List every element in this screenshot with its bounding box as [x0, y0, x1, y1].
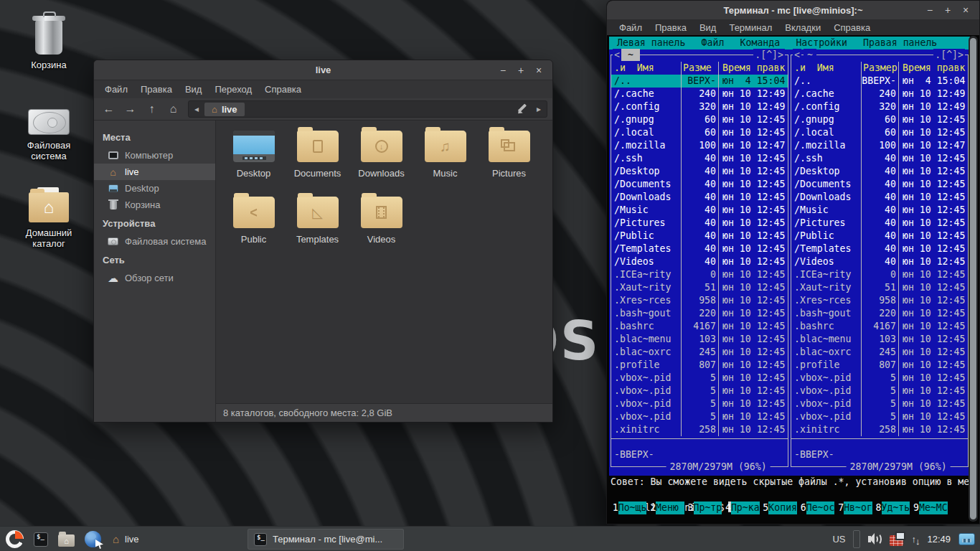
up-button[interactable]: ↑ [142, 100, 161, 118]
mc-file-row[interactable]: .vbox~.pid5юн 10 12:45 [791, 410, 968, 423]
mc-menu-item[interactable]: Правая панель [855, 37, 945, 50]
column-header-size[interactable]: Размер [862, 62, 899, 75]
fkey-item[interactable]: 8Уд~ть [872, 501, 910, 514]
minimize-button[interactable]: − [925, 5, 935, 15]
mc-file-row[interactable]: /Desktop40юн 10 12:45 [791, 165, 968, 178]
mc-file-row[interactable]: .profile807юн 10 12:45 [791, 359, 968, 372]
sidebar-item-desktop[interactable]: Desktop [94, 180, 215, 197]
mc-file-row[interactable]: .ICEa~rity0юн 10 12:45 [611, 268, 788, 281]
mc-menu-item[interactable]: Команда [732, 37, 788, 50]
fkey-label[interactable]: Пе~ос [806, 501, 835, 514]
mc-file-row[interactable]: .Xres~rces958юн 10 12:45 [611, 294, 788, 307]
terminal-launcher-icon[interactable]: $_ [34, 532, 48, 547]
mc-column-headers[interactable]: .и Имя Размер Время правк [791, 62, 968, 75]
mc-file-row[interactable]: /Templates40юн 10 12:45 [791, 242, 968, 255]
desktop-icon-trash[interactable]: Корзина [14, 14, 83, 70]
mc-file-row[interactable]: /Templates40юн 10 12:45 [611, 242, 788, 255]
mc-file-row[interactable]: .bashrc4167юн 10 12:45 [611, 320, 788, 333]
mc-file-row[interactable]: /Downloads40юн 10 12:45 [611, 191, 788, 204]
folder-item[interactable]: Pictures [477, 131, 541, 188]
sidebar-item-trash[interactable]: Корзина [94, 197, 215, 213]
close-button[interactable]: × [961, 5, 971, 15]
term-menu-help[interactable]: Справка [827, 22, 877, 33]
maximize-button[interactable]: + [516, 65, 526, 75]
file-manager-launcher-icon[interactable]: ⌂ [58, 534, 75, 547]
taskbar-task-terminal[interactable]: $_ Терминал - mc [live@mi... [248, 529, 404, 550]
mc-file-row[interactable]: .bashrc4167юн 10 12:45 [791, 320, 968, 333]
fkey-label[interactable]: Пр~тр [694, 501, 722, 514]
fkey-label[interactable]: Ме~МС [919, 501, 948, 514]
term-menu-terminal[interactable]: Терминал [722, 22, 778, 33]
mc-file-row[interactable]: .Xaut~rity51юн 10 12:45 [611, 281, 788, 294]
back-button[interactable]: ← [99, 100, 118, 118]
fkey-item[interactable]: 3Пр~тр [684, 501, 722, 514]
clock[interactable]: 12:49 [927, 534, 951, 545]
sidebar-item-computer[interactable]: Компьютер [94, 147, 215, 164]
mc-file-row[interactable]: /Documents40юн 10 12:45 [611, 178, 788, 191]
folder-item[interactable]: ◺Templates [286, 197, 349, 254]
mc-file-row[interactable]: .blac~oxrc245юн 10 12:45 [791, 346, 968, 359]
fkey-item[interactable]: 1По~щь [609, 501, 646, 514]
mc-file-row[interactable]: /Videos40юн 10 12:45 [611, 255, 788, 268]
fkey-item[interactable]: 4Пр~ка [722, 501, 759, 514]
mc-file-row[interactable]: /.mozilla100юн 10 12:47 [611, 139, 788, 152]
mc-file-row[interactable]: .bash~gout220юн 10 12:45 [611, 307, 788, 320]
sidebar-item-filesystem[interactable]: Файловая система [94, 233, 215, 250]
mc-file-row[interactable]: .vbox~.pid5юн 10 12:45 [611, 385, 788, 397]
mc-column-headers[interactable]: .и Имя Разме Время правк [611, 62, 788, 75]
mc-file-row[interactable]: .blac~oxrc245юн 10 12:45 [611, 346, 788, 359]
mc-file-row[interactable]: /Music40юн 10 12:45 [611, 204, 788, 217]
mc-file-row[interactable]: /.config320юн 10 12:49 [791, 100, 968, 113]
sidebar-item-network[interactable]: ☁ Обзор сети [94, 270, 215, 286]
fkey-label[interactable]: Нв~ог [844, 501, 872, 514]
mc-file-row[interactable]: /Public40юн 10 12:45 [791, 230, 968, 242]
mc-file-row[interactable]: .vbox~.pid5юн 10 12:45 [611, 372, 788, 385]
mc-file-row[interactable]: .ICEa~rity0юн 10 12:45 [791, 268, 968, 281]
path-bar[interactable]: ◂ ⌂ live ▸ [188, 100, 547, 118]
folder-item[interactable]: Videos [349, 197, 413, 254]
mc-file-row[interactable]: /.ssh40юн 10 12:45 [611, 152, 788, 165]
mc-file-row[interactable]: /..ВЕРХ-юн 4 15:04 [611, 75, 788, 88]
term-menu-tabs[interactable]: Вкладки [778, 22, 827, 33]
term-menu-file[interactable]: Файл [613, 22, 649, 33]
fkey-label[interactable]: Уд~ть [882, 501, 910, 514]
mc-file-row[interactable]: /Desktop40юн 10 12:45 [611, 165, 788, 178]
column-header-mtime[interactable]: Время правк [719, 62, 788, 75]
folder-item[interactable]: <Public [222, 197, 286, 254]
mc-file-row[interactable]: .vbox~.pid5юн 10 12:45 [791, 372, 968, 385]
panel-path-tab[interactable]: ~ [804, 49, 816, 61]
fkey-item[interactable]: 5Копия [760, 501, 797, 514]
fkey-label[interactable]: Пр~ка [731, 501, 760, 514]
mc-file-row[interactable]: /Documents40юн 10 12:45 [791, 178, 968, 191]
mc-file-row[interactable]: /.gnupg60юн 10 12:45 [791, 113, 968, 126]
terminal-content[interactable]: Левая панельФайлКомандаНастройкиПравая п… [609, 35, 970, 524]
mc-file-row[interactable]: /.mozilla100юн 10 12:47 [791, 139, 968, 152]
fkey-item[interactable]: 9Ме~МС [910, 501, 947, 514]
taskbar-task-live[interactable]: ⌂ live [106, 529, 242, 550]
mc-file-row[interactable]: /.local60юн 10 12:45 [611, 126, 788, 139]
mc-file-row[interactable]: .vbox~.pid5юн 10 12:45 [791, 397, 968, 410]
browser-launcher-icon[interactable] [85, 531, 101, 547]
column-header-mtime[interactable]: Время правк [899, 62, 968, 75]
maximize-button[interactable]: + [943, 5, 953, 15]
scrollbar-thumb[interactable] [970, 38, 976, 519]
minimize-button[interactable]: − [498, 65, 508, 75]
mc-file-row[interactable]: /.local60юн 10 12:45 [791, 126, 968, 139]
fm-menu-go[interactable]: Переход [208, 84, 258, 95]
home-button[interactable]: ⌂ [164, 100, 183, 118]
panel-path-tab[interactable]: ~ [621, 49, 640, 61]
desktop-icon-filesystem[interactable]: Файловая система [14, 99, 83, 161]
mc-file-row[interactable]: .blac~menu103юн 10 12:45 [611, 333, 788, 346]
volume-icon[interactable] [868, 533, 882, 545]
mc-file-row[interactable]: .vbox~.pid5юн 10 12:45 [611, 410, 788, 423]
folder-item[interactable]: ♫Music [413, 131, 477, 188]
mc-menu-item[interactable]: Настройки [788, 37, 855, 50]
mc-file-row[interactable]: .xinitrc258юн 10 12:45 [611, 423, 788, 436]
mc-file-row[interactable]: /Downloads40юн 10 12:45 [791, 191, 968, 204]
fm-titlebar[interactable]: live − + × [94, 60, 552, 80]
mc-file-row[interactable]: /.gnupg60юн 10 12:45 [611, 113, 788, 126]
column-header-name[interactable]: .и Имя [791, 62, 862, 75]
keyboard-layout-indicator[interactable]: US [832, 534, 845, 545]
mc-menu-item[interactable]: Левая панель [609, 37, 694, 50]
breadcrumb-home[interactable]: ⌂ live [204, 103, 245, 116]
